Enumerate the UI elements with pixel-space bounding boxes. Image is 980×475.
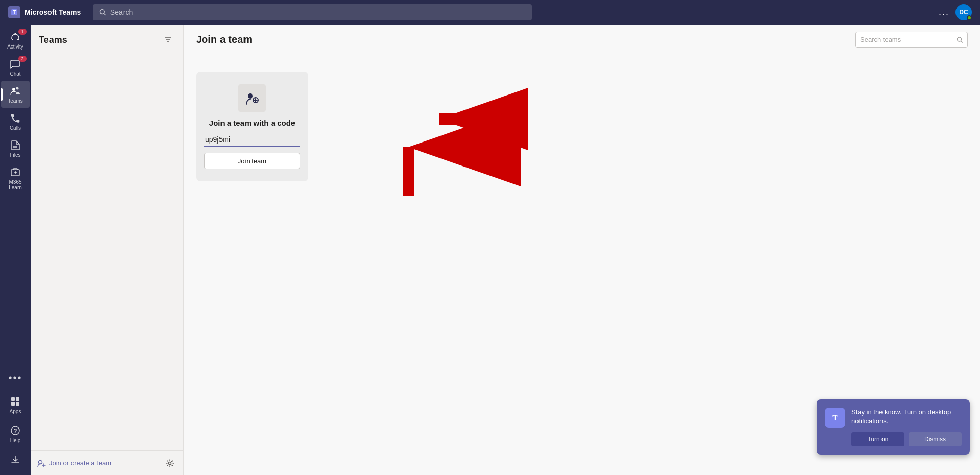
- join-teams-icon: [37, 459, 46, 468]
- content-header: Join a team: [184, 25, 980, 55]
- main-layout: 1 Activity 2 Chat Teams: [0, 25, 980, 475]
- more-icon: •••: [9, 372, 21, 384]
- svg-point-4: [15, 33, 16, 34]
- search-teams-input[interactable]: [860, 36, 953, 43]
- settings-button[interactable]: [163, 456, 177, 470]
- filter-icon: [164, 36, 172, 44]
- join-team-card: Join a team with a code Join team: [196, 72, 308, 181]
- main-content: Join a team: [184, 25, 980, 475]
- activity-label: Activity: [7, 44, 23, 50]
- apps-icon: [9, 395, 21, 408]
- sidebar-item-calls[interactable]: Calls: [1, 108, 30, 135]
- sidebar-item-help[interactable]: ? Help: [1, 420, 30, 447]
- svg-point-27: [248, 93, 253, 99]
- svg-point-25: [958, 37, 962, 41]
- help-icon: ?: [9, 424, 21, 437]
- search-teams-icon: [957, 36, 963, 43]
- teams-label: Teams: [8, 98, 22, 104]
- svg-point-5: [12, 88, 15, 91]
- svg-rect-13: [16, 397, 19, 401]
- sidebar-item-chat[interactable]: 2 Chat: [1, 54, 30, 81]
- calls-label: Calls: [10, 125, 21, 131]
- svg-point-2: [100, 10, 105, 14]
- sidebar-item-files[interactable]: Files: [1, 135, 30, 162]
- toast-text: Stay in the know. Turn on desktop notifi…: [851, 408, 962, 426]
- join-or-create-label: Join or create a team: [49, 459, 111, 467]
- turn-on-button[interactable]: Turn on: [851, 432, 904, 446]
- nav-bottom: ••• Apps ?: [1, 368, 30, 475]
- svg-rect-15: [16, 402, 19, 406]
- svg-text:T: T: [13, 10, 16, 15]
- help-label: Help: [10, 438, 21, 443]
- download-icon: [9, 454, 21, 466]
- global-search-bar[interactable]: [93, 4, 532, 20]
- activity-badge: 1: [18, 29, 27, 35]
- toast-content: Stay in the know. Turn on desktop notifi…: [851, 408, 962, 446]
- notification-toast: T Stay in the know. Turn on desktop noti…: [817, 399, 970, 455]
- svg-line-26: [961, 41, 963, 42]
- svg-text:?: ?: [13, 428, 17, 435]
- svg-text:T: T: [832, 414, 838, 422]
- filter-button[interactable]: [161, 33, 175, 47]
- svg-rect-14: [11, 402, 15, 406]
- search-icon: [99, 9, 106, 16]
- user-avatar[interactable]: DC: [955, 4, 972, 20]
- more-options-button[interactable]: ...: [939, 7, 949, 18]
- join-card-title: Join a team with a code: [209, 118, 295, 127]
- teams-icon: [9, 85, 21, 97]
- teams-logo-icon: T: [829, 412, 841, 424]
- toast-actions: Turn on Dismiss: [851, 432, 962, 446]
- join-or-create-button[interactable]: Join or create a team: [37, 459, 111, 468]
- sidebar-item-more[interactable]: •••: [1, 368, 30, 389]
- page-title: Join a team: [196, 34, 252, 45]
- teams-panel-title: Teams: [39, 35, 67, 45]
- dismiss-button[interactable]: Dismiss: [909, 432, 962, 446]
- m365learn-icon: [9, 166, 21, 178]
- sidebar-item-activity[interactable]: 1 Activity: [1, 27, 30, 54]
- sidebar-item-teams[interactable]: Teams: [1, 81, 30, 108]
- title-bar-grid: T Microsoft Teams ... DC: [8, 4, 972, 20]
- app-icon: T: [8, 6, 20, 18]
- files-icon: [9, 139, 21, 151]
- app-title: Microsoft Teams: [24, 8, 81, 16]
- teams-list: [31, 55, 183, 450]
- chat-label: Chat: [10, 71, 20, 77]
- svg-line-3: [104, 13, 105, 15]
- svg-rect-12: [11, 397, 15, 401]
- title-bar: T Microsoft Teams ... DC: [0, 0, 980, 25]
- apps-label: Apps: [10, 409, 21, 414]
- toast-icon: T: [825, 408, 845, 428]
- title-bar-right: ... DC: [939, 4, 972, 20]
- teams-panel-footer: Join or create a team: [31, 450, 183, 475]
- panel-actions: [161, 33, 175, 47]
- chat-badge: 2: [18, 56, 27, 62]
- join-team-button[interactable]: Join team: [204, 153, 300, 169]
- settings-icon: [166, 459, 174, 467]
- sidebar-item-m365learn[interactable]: M365 Learn: [1, 162, 30, 195]
- join-team-card-icon: [238, 84, 266, 112]
- group-add-icon: [244, 90, 260, 106]
- sidebar-item-download[interactable]: [1, 449, 30, 471]
- sidebar-item-apps[interactable]: Apps: [1, 391, 30, 418]
- sidebar-nav: 1 Activity 2 Chat Teams: [0, 25, 31, 475]
- svg-point-24: [169, 462, 172, 464]
- search-teams-box[interactable]: [855, 32, 968, 48]
- svg-point-6: [16, 87, 19, 90]
- files-label: Files: [10, 152, 20, 158]
- teams-panel: Teams Jo: [31, 25, 184, 475]
- teams-panel-header: Teams: [31, 25, 183, 55]
- annotation-arrows: [355, 68, 528, 211]
- calls-icon: [9, 112, 21, 124]
- global-search-input[interactable]: [110, 8, 526, 16]
- online-status: [967, 15, 972, 20]
- team-code-input[interactable]: [204, 133, 300, 147]
- code-input-container: [204, 133, 300, 147]
- m365learn-label: M365 Learn: [3, 179, 28, 191]
